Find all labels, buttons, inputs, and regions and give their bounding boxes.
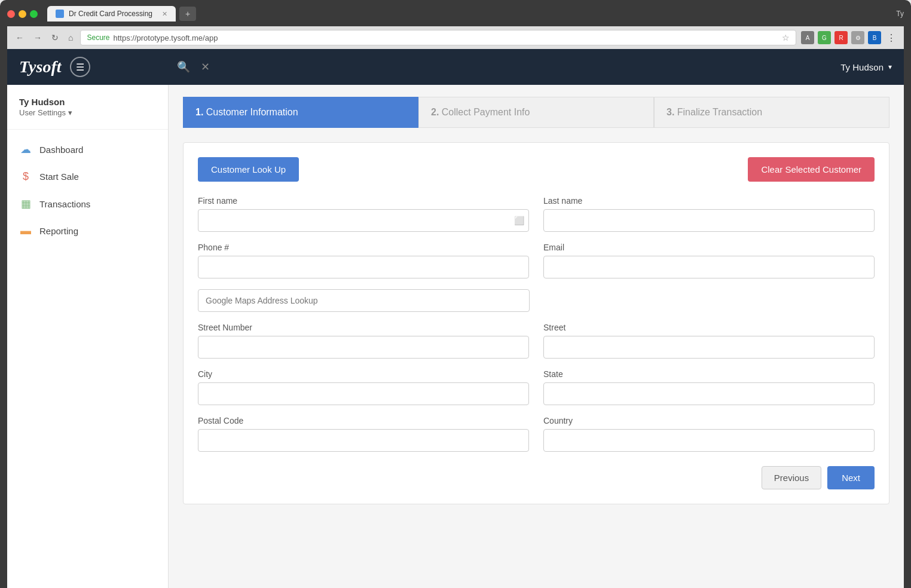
ext-g[interactable]: G [818, 31, 831, 44]
bookmark-icon[interactable]: ☆ [782, 33, 790, 42]
first-name-input[interactable] [198, 209, 529, 232]
sidebar-label-reporting: Reporting [39, 226, 78, 236]
country-label: Country [543, 416, 875, 425]
step-1[interactable]: 1. Customer Information [183, 97, 418, 128]
forward-button[interactable]: → [31, 32, 44, 44]
city-label: City [198, 369, 529, 379]
ext-abp[interactable]: A [801, 31, 814, 44]
reload-button[interactable]: ↻ [49, 32, 61, 44]
address-url: https://prototype.tysoft.me/app [114, 33, 218, 42]
tab-close-btn[interactable]: ✕ [162, 10, 167, 18]
sidebar-label-transactions: Transactions [39, 199, 90, 209]
ext-blue[interactable]: B [868, 31, 881, 44]
country-input[interactable] [543, 429, 875, 452]
reporting-icon: ▬ [19, 225, 32, 237]
country-group: Country [543, 416, 875, 452]
close-dot[interactable] [7, 10, 15, 18]
ext-menu[interactable]: ⋮ [885, 31, 898, 44]
sidebar-item-reporting[interactable]: ▬ Reporting [7, 218, 168, 244]
form-card: Customer Look Up Clear Selected Customer… [183, 142, 889, 504]
sidebar-item-start-sale[interactable]: $ Start Sale [7, 163, 168, 190]
tab-title: Dr Credit Card Processing [69, 10, 152, 18]
street-number-label: Street Number [198, 323, 529, 332]
transactions-icon: ▦ [19, 197, 32, 210]
app-wrapper: Tysoft ☰ 🔍 ✕ Ty Hudson ▾ Ty Hudson User … [7, 49, 904, 588]
address-lookup-row [198, 289, 875, 312]
last-name-group: Last name [543, 196, 875, 232]
secure-badge: Secure [87, 33, 109, 42]
street-number-input[interactable] [198, 336, 529, 359]
hamburger-button[interactable]: ☰ [70, 57, 90, 77]
user-settings-label: User Settings [19, 108, 66, 117]
action-row: Customer Look Up Clear Selected Customer [198, 157, 875, 182]
minimize-dot[interactable] [19, 10, 26, 18]
email-input[interactable] [543, 256, 875, 278]
sidebar-item-dashboard[interactable]: ☁ Dashboard [7, 136, 168, 163]
sidebar-user-settings[interactable]: User Settings ▾ [19, 108, 156, 117]
sidebar-user-name: Ty Hudson [19, 97, 156, 107]
start-sale-icon: $ [19, 170, 32, 183]
header-user-caret[interactable]: ▾ [888, 63, 892, 71]
phone-input[interactable] [198, 256, 529, 278]
close-icon[interactable]: ✕ [198, 58, 212, 76]
clear-customer-button[interactable]: Clear Selected Customer [748, 157, 875, 182]
header-user-name: Ty Hudson [840, 62, 884, 72]
next-button[interactable]: Next [827, 466, 875, 489]
street-group: Street [543, 323, 875, 359]
step-2[interactable]: 2. Collect Payment Info [418, 97, 654, 128]
first-name-input-wrapper: ⬜ [198, 209, 529, 232]
new-tab-button[interactable]: + [179, 7, 196, 21]
postal-country-row: Postal Code Country [198, 416, 875, 452]
browser-tab[interactable]: Dr Credit Card Processing ✕ [47, 6, 176, 22]
sidebar: Ty Hudson User Settings ▾ ☁ Dashboard $ … [7, 85, 169, 588]
address-lookup-input[interactable] [198, 289, 530, 312]
street-label: Street [543, 323, 875, 332]
ext-gray[interactable]: ⚙ [851, 31, 864, 44]
home-button[interactable]: ⌂ [66, 32, 75, 44]
state-label: State [543, 369, 875, 379]
first-name-label: First name [198, 196, 529, 206]
last-name-label: Last name [543, 196, 875, 206]
first-name-icon: ⬜ [514, 216, 524, 225]
state-input[interactable] [543, 382, 875, 405]
email-group: Email [543, 243, 875, 278]
street-row: Street Number Street [198, 323, 875, 359]
state-group: State [543, 369, 875, 405]
city-input[interactable] [198, 382, 529, 405]
logo-area: Tysoft ☰ [19, 57, 175, 77]
street-number-group: Street Number [198, 323, 529, 359]
main-content: 1. Customer Information 2. Collect Payme… [169, 85, 904, 588]
postal-code-group: Postal Code [198, 416, 529, 452]
app-header: Tysoft ☰ 🔍 ✕ Ty Hudson ▾ [7, 49, 904, 85]
phone-group: Phone # [198, 243, 529, 278]
extensions-area: A G R ⚙ B ⋮ [801, 31, 898, 44]
sidebar-item-transactions[interactable]: ▦ Transactions [7, 190, 168, 218]
sidebar-nav: ☁ Dashboard $ Start Sale ▦ Transactions … [7, 136, 168, 244]
step-3[interactable]: 3. Finalize Transaction [654, 97, 889, 128]
postal-code-label: Postal Code [198, 416, 529, 425]
header-right: Ty Hudson ▾ [840, 62, 892, 72]
search-icon[interactable]: 🔍 [175, 58, 192, 76]
sidebar-label-start-sale: Start Sale [39, 172, 79, 182]
sidebar-user-info: Ty Hudson User Settings ▾ [7, 97, 168, 130]
browser-nav-bar: ← → ↻ ⌂ Secure https://prototype.tysoft.… [7, 26, 904, 49]
step-3-label: 3. Finalize Transaction [667, 107, 762, 117]
first-name-group: First name ⬜ [198, 196, 529, 232]
postal-code-input[interactable] [198, 429, 529, 452]
back-button[interactable]: ← [13, 32, 26, 44]
maximize-dot[interactable] [30, 10, 38, 18]
step-1-label: 1. Customer Information [195, 107, 298, 117]
city-state-row: City State [198, 369, 875, 405]
last-name-input[interactable] [543, 209, 875, 232]
customer-lookup-button[interactable]: Customer Look Up [198, 157, 299, 182]
tab-favicon [56, 10, 64, 18]
dashboard-icon: ☁ [19, 143, 32, 156]
steps-bar: 1. Customer Information 2. Collect Payme… [183, 97, 889, 128]
previous-button[interactable]: Previous [762, 466, 821, 489]
address-bar[interactable]: Secure https://prototype.tysoft.me/app ☆ [80, 30, 796, 45]
street-input[interactable] [543, 336, 875, 359]
ext-r[interactable]: R [834, 31, 848, 44]
logo-text: Tysoft [19, 57, 62, 76]
sidebar-label-dashboard: Dashboard [39, 145, 83, 155]
browser-title-right: Ty [896, 10, 904, 18]
